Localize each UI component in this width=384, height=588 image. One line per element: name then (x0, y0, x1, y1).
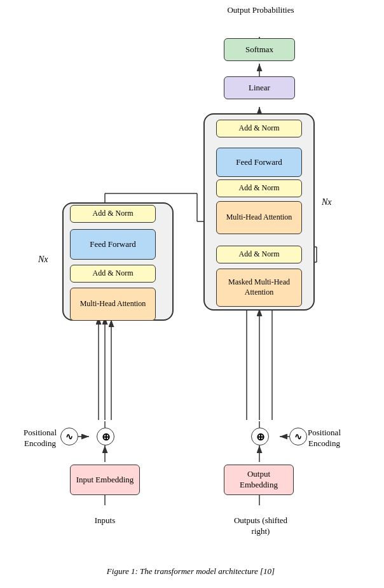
plus-symbol-right: ⊕ (251, 428, 269, 445)
decoder-add-norm-mid: Add & Norm (216, 179, 302, 197)
outputs-label: Outputs (shifted right) (226, 515, 296, 537)
encoder-nx-label: Nx (38, 255, 48, 265)
decoder-nx-label: Nx (322, 197, 332, 207)
encoder-feed-forward: Feed Forward (70, 229, 156, 260)
sine-symbol-left: ∿ (60, 428, 78, 445)
decoder-feed-forward: Feed Forward (216, 148, 302, 177)
arrows-overlay (0, 0, 384, 588)
decoder-add-norm-top: Add & Norm (216, 120, 302, 137)
decoder-add-norm-bottom: Add & Norm (216, 246, 302, 263)
output-embedding-box: Output Embedding (224, 465, 294, 495)
output-probabilities-label: Output Probabilities (223, 5, 299, 16)
encoder-multi-head: Multi-Head Attention (70, 288, 156, 321)
decoder-masked-attention: Masked Multi-Head Attention (216, 269, 302, 307)
figure-caption: Figure 1: The transformer model architec… (38, 566, 343, 577)
linear-box: Linear (224, 76, 295, 99)
input-embedding-box: Input Embedding (70, 465, 140, 495)
sine-symbol-right: ∿ (289, 428, 307, 445)
encoder-add-norm-bottom: Add & Norm (70, 265, 156, 283)
diagram: Output Probabilities Softmax Linear Add … (0, 0, 384, 588)
inputs-label: Inputs (83, 515, 127, 526)
encoder-add-norm-top: Add & Norm (70, 205, 156, 223)
decoder-multi-head: Multi-Head Attention (216, 201, 302, 234)
softmax-box: Softmax (224, 38, 295, 61)
plus-symbol-left: ⊕ (97, 428, 114, 445)
